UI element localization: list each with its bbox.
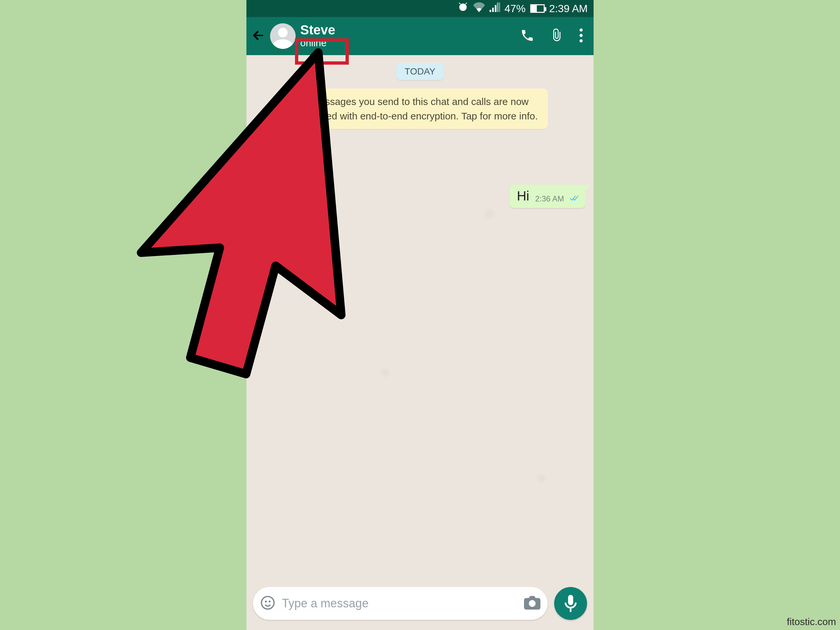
- attach-button[interactable]: [549, 28, 564, 44]
- menu-button[interactable]: [579, 28, 583, 44]
- signal-icon: [489, 2, 500, 15]
- contact-name: Steve: [300, 23, 515, 36]
- battery-icon: [530, 4, 545, 13]
- emoji-button[interactable]: [260, 595, 275, 612]
- battery-percent: 47%: [505, 3, 526, 15]
- contact-avatar[interactable]: [270, 23, 296, 49]
- svg-point-3: [262, 597, 274, 609]
- back-button[interactable]: [251, 28, 265, 44]
- highlight-box: [295, 38, 349, 65]
- message-field[interactable]: [253, 587, 548, 620]
- phone-frame: 47% 2:39 AM Steve online TODAY: [246, 0, 594, 630]
- clock-text: 2:39 AM: [549, 3, 588, 15]
- wifi-icon: [473, 2, 485, 15]
- header-actions: [520, 28, 589, 44]
- alarm-icon: [458, 2, 469, 16]
- date-separator: TODAY: [396, 63, 444, 80]
- svg-point-1: [579, 34, 583, 37]
- message-row: Hi 2:36 AM: [254, 185, 586, 208]
- svg-point-0: [579, 28, 583, 32]
- input-bar: [246, 584, 594, 630]
- message-text: Hi: [517, 189, 529, 204]
- android-statusbar: 47% 2:39 AM: [246, 0, 594, 17]
- chat-area[interactable]: TODAY Messages you send to this chat and…: [246, 55, 594, 584]
- call-button[interactable]: [520, 28, 535, 44]
- camera-button[interactable]: [524, 595, 540, 611]
- message-input[interactable]: [282, 597, 518, 610]
- svg-point-4: [265, 600, 267, 602]
- svg-point-5: [269, 600, 271, 602]
- encryption-notice[interactable]: Messages you send to this chat and calls…: [292, 88, 548, 129]
- voice-record-button[interactable]: [554, 587, 587, 620]
- message-time: 2:36 AM: [535, 194, 564, 204]
- read-receipt-icon: [570, 194, 580, 204]
- outgoing-message[interactable]: Hi 2:36 AM: [510, 185, 586, 208]
- svg-point-2: [579, 39, 583, 43]
- watermark: fitostic.com: [787, 616, 836, 627]
